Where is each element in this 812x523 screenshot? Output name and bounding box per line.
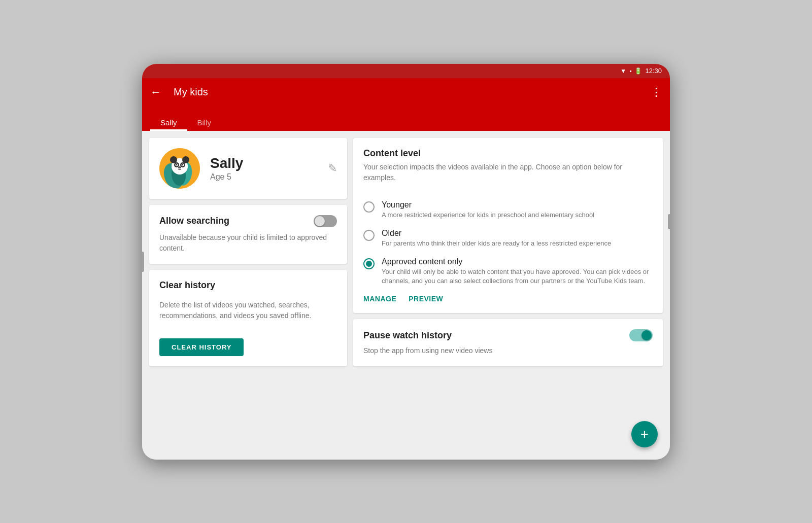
manage-button[interactable]: MANAGE <box>363 295 396 303</box>
radio-circle-approved <box>363 258 375 269</box>
radio-label-younger: Younger <box>382 200 594 210</box>
pause-watch-history-card: Pause watch history Stop the app from us… <box>353 319 663 366</box>
tab-billy[interactable]: Billy <box>187 112 222 131</box>
profile-card: Sally Age 5 ✎ <box>149 138 347 199</box>
tab-bar: Sally Billy <box>142 107 670 131</box>
svg-point-13 <box>178 166 181 168</box>
profile-age: Age 5 <box>210 172 318 182</box>
toggle-knob <box>315 216 325 226</box>
back-button[interactable]: ← <box>150 86 161 99</box>
side-button <box>142 252 144 272</box>
right-column: Content level Your selection impacts the… <box>353 138 663 452</box>
radio-option-older[interactable]: Older For parents who think their older … <box>363 229 653 248</box>
content-level-title: Content level <box>363 148 653 159</box>
svg-point-11 <box>176 164 177 165</box>
allow-searching-description: Unavailable because your child is limite… <box>159 232 337 254</box>
radio-desc-older: For parents who think their older kids a… <box>382 239 611 248</box>
pause-watch-history-title: Pause watch history <box>363 330 452 341</box>
svg-point-5 <box>170 156 177 163</box>
svg-point-6 <box>182 156 189 163</box>
pause-watch-history-toggle[interactable] <box>629 329 653 341</box>
radio-text-younger: Younger A more restricted experience for… <box>382 200 594 220</box>
radio-circle-younger <box>363 201 375 213</box>
avatar <box>159 148 200 189</box>
status-icons: ▼ ▪ 🔋 12:30 <box>620 67 662 75</box>
action-links: MANAGE PREVIEW <box>363 295 653 303</box>
radio-circle-older <box>363 230 375 241</box>
radio-desc-younger: A more restricted experience for kids in… <box>382 211 594 220</box>
svg-point-12 <box>182 164 183 165</box>
allow-searching-toggle[interactable] <box>314 215 337 227</box>
content-level-description: Your selection impacts the videos availa… <box>363 162 653 183</box>
preview-button[interactable]: PREVIEW <box>409 295 443 303</box>
pause-watch-history-description: Stop the app from using new video views <box>363 345 653 356</box>
clear-history-title: Clear history <box>159 280 337 291</box>
radio-text-approved: Approved content only Your child will on… <box>382 257 653 286</box>
content-level-card: Content level Your selection impacts the… <box>353 138 663 313</box>
radio-option-younger[interactable]: Younger A more restricted experience for… <box>363 200 653 220</box>
app-bar: ← My kids ⋮ <box>142 78 670 107</box>
clear-history-button[interactable]: CLEAR HISTORY <box>159 338 244 356</box>
tab-sally[interactable]: Sally <box>150 112 187 131</box>
main-content: Sally Age 5 ✎ Allow searching Unavailabl… <box>142 131 670 460</box>
fab-add-button[interactable]: + <box>631 421 658 447</box>
status-time: 12:30 <box>645 67 662 75</box>
radio-dot-approved <box>366 261 372 267</box>
radio-desc-approved: Your child will only be able to watch co… <box>382 267 653 286</box>
clear-history-description: Delete the list of videos you watched, s… <box>159 300 337 321</box>
pause-toggle-knob <box>641 330 652 340</box>
battery-icon: 🔋 <box>634 67 642 75</box>
profile-name: Sally <box>210 155 318 171</box>
radio-label-approved: Approved content only <box>382 257 653 266</box>
radio-text-older: Older For parents who think their older … <box>382 229 611 248</box>
status-bar: ▼ ▪ 🔋 12:30 <box>142 64 670 78</box>
clear-history-card: Clear history Delete the list of videos … <box>149 270 347 366</box>
app-bar-title: My kids <box>174 86 651 98</box>
volume-button <box>668 214 670 229</box>
radio-label-older: Older <box>382 229 611 238</box>
allow-searching-title: Allow searching <box>159 216 229 226</box>
signal-icon: ▪ <box>629 67 631 75</box>
edit-profile-button[interactable]: ✎ <box>328 162 337 175</box>
more-options-button[interactable]: ⋮ <box>651 86 662 99</box>
wifi-icon: ▼ <box>620 67 626 75</box>
profile-info: Sally Age 5 <box>210 155 318 182</box>
tablet-frame: ▼ ▪ 🔋 12:30 ← My kids ⋮ Sally Billy <box>142 64 670 460</box>
left-column: Sally Age 5 ✎ Allow searching Unavailabl… <box>149 138 347 452</box>
allow-searching-card: Allow searching Unavailable because your… <box>149 205 347 264</box>
radio-option-approved[interactable]: Approved content only Your child will on… <box>363 257 653 286</box>
